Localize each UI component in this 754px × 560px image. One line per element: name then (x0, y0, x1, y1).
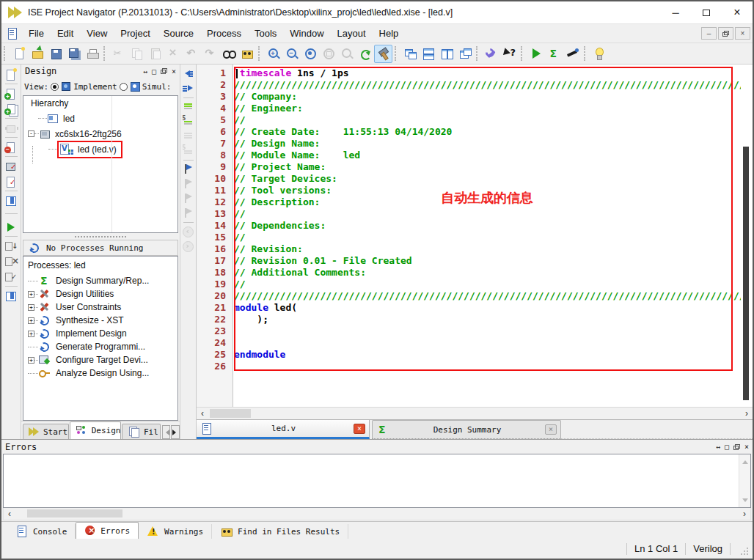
errors-vscrollbar[interactable] (739, 454, 750, 507)
menu-layout[interactable]: Layout (331, 24, 373, 43)
sigma-button[interactable] (545, 45, 563, 63)
scroll-up-icon[interactable] (739, 454, 751, 466)
save-button[interactable] (46, 45, 65, 63)
process-item[interactable]: +Synthesize - XST (23, 314, 177, 327)
zoom-in-button[interactable] (264, 45, 282, 63)
find-in-files-button[interactable] (238, 45, 256, 63)
new-file-button[interactable] (10, 45, 28, 63)
editor-tab-led-v[interactable]: led.v× (197, 420, 370, 439)
tree-expander-icon[interactable]: - (28, 130, 34, 137)
mdi-close-button[interactable]: × (735, 27, 750, 40)
prev-bookmark-button[interactable] (181, 177, 196, 191)
console-tab-errors[interactable]: Errors (76, 522, 139, 539)
menu-window[interactable]: Window (283, 24, 330, 43)
cut-button[interactable] (109, 45, 128, 63)
tab-design[interactable]: Design (70, 421, 121, 439)
stop-process-button[interactable] (3, 254, 20, 269)
console-tab-find-in-files-results[interactable]: Find in Files Results (212, 524, 348, 539)
mdi-minimize-button[interactable]: – (701, 27, 717, 40)
console-tab-console[interactable]: Console (7, 524, 76, 539)
panel-splitter[interactable] (21, 233, 180, 240)
code-text[interactable]: `timescale 1ns / 1ps////////////////////… (234, 67, 741, 372)
tile-horizontal-button[interactable] (419, 45, 437, 63)
expand-icon[interactable]: + (28, 317, 34, 324)
run-step-button[interactable] (3, 238, 20, 254)
wrench-button[interactable] (482, 45, 500, 63)
expand-icon[interactable]: + (28, 331, 34, 337)
code-editor[interactable]: 1234567891011121314151617181920212223242… (197, 65, 753, 407)
toolbar-group-handle[interactable] (395, 46, 398, 61)
find-button[interactable] (219, 45, 238, 63)
delete-button[interactable] (164, 45, 183, 63)
tree-item[interactable]: -xc6slx16-2ftg256 (23, 126, 177, 141)
next-bookmark-button[interactable] (181, 191, 196, 206)
next-window-button[interactable] (181, 81, 196, 96)
errors-hscrollbar[interactable]: ‹ › (3, 508, 751, 520)
toolbar-group-handle[interactable] (103, 46, 106, 61)
analyze-button[interactable] (563, 45, 582, 63)
minimize-button[interactable]: ─ (660, 1, 691, 23)
menu-view[interactable]: View (80, 24, 114, 43)
panel-float-icon[interactable]: ↔ (143, 67, 147, 75)
process-table-button[interactable] (3, 288, 20, 303)
expand-icon[interactable]: + (28, 357, 34, 364)
goto-line-off-button[interactable] (181, 144, 196, 158)
lightbulb-button[interactable] (590, 45, 608, 63)
remove-source-button[interactable] (3, 139, 20, 155)
process-item[interactable]: Design Summary/Rep... (23, 274, 177, 287)
run-process-button[interactable] (3, 219, 20, 235)
mdi-restore-button[interactable] (718, 27, 733, 40)
menu-source[interactable]: Source (157, 24, 200, 43)
implement-radio[interactable] (51, 83, 59, 91)
open-file-button[interactable] (28, 45, 46, 63)
toolbar-group-handle[interactable] (258, 46, 261, 61)
menu-process[interactable]: Process (200, 24, 248, 43)
paste-button[interactable] (146, 45, 164, 63)
panel-close-icon[interactable]: × (172, 67, 176, 75)
process-item[interactable]: +Configure Target Devi... (23, 353, 177, 366)
tab-fil[interactable]: Fil (122, 424, 161, 439)
menu-edit[interactable]: Edit (51, 24, 80, 43)
hscroll-thumb[interactable] (210, 409, 251, 418)
redo-button[interactable] (201, 45, 219, 63)
scroll-right-icon[interactable]: › (739, 508, 750, 520)
process-item[interactable]: +Design Utilities (23, 287, 177, 301)
nav-back-button[interactable] (181, 224, 196, 239)
close-icon[interactable]: × (545, 424, 557, 435)
process-item[interactable]: Analyze Design Using... (23, 366, 177, 380)
errors-float-icon[interactable]: ↔ (716, 443, 720, 451)
arrange-windows-button[interactable] (455, 45, 474, 63)
menu-file[interactable]: File (22, 24, 51, 43)
tab-scroll-right-button[interactable] (171, 425, 180, 439)
undo-button[interactable] (183, 45, 201, 63)
close-button[interactable]: × (722, 1, 753, 23)
lines-off-button[interactable] (181, 129, 196, 144)
zoom-out-button[interactable] (282, 45, 301, 63)
process-item[interactable]: +User Constraints (23, 301, 177, 314)
menu-project[interactable]: Project (114, 24, 156, 43)
editor-tab-design-summary[interactable]: Design Summary× (372, 420, 561, 439)
refresh-button[interactable] (356, 45, 374, 63)
tab-scroll-left-button[interactable] (162, 425, 171, 439)
run-button[interactable] (527, 45, 545, 63)
cascade-windows-button[interactable] (400, 45, 419, 63)
core-generator-button[interactable] (3, 120, 20, 136)
process-item[interactable]: +Implement Design (23, 327, 177, 340)
menu-help[interactable]: Help (373, 24, 406, 43)
menu-tools[interactable]: Tools (248, 24, 283, 43)
tile-vertical-button[interactable] (437, 45, 455, 63)
zoom-region-button[interactable] (319, 45, 337, 63)
zoom-default-button[interactable] (337, 45, 356, 63)
scroll-right-icon[interactable]: › (741, 408, 753, 419)
scroll-left-icon[interactable]: ‹ (4, 508, 15, 520)
editor-scrollbar[interactable] (743, 147, 749, 400)
errors-maximize-icon[interactable]: □ (725, 443, 729, 451)
editor-hscrollbar[interactable]: ‹ › (197, 407, 753, 419)
add-source-button[interactable] (3, 86, 20, 101)
errors-restore-icon[interactable] (733, 444, 740, 450)
tree-item[interactable]: led (led.v) (23, 141, 177, 157)
print-button[interactable] (83, 45, 101, 63)
errors-close-icon[interactable]: × (744, 443, 749, 451)
toolbar-group-handle[interactable] (584, 46, 587, 61)
column-view-button[interactable] (3, 193, 20, 208)
